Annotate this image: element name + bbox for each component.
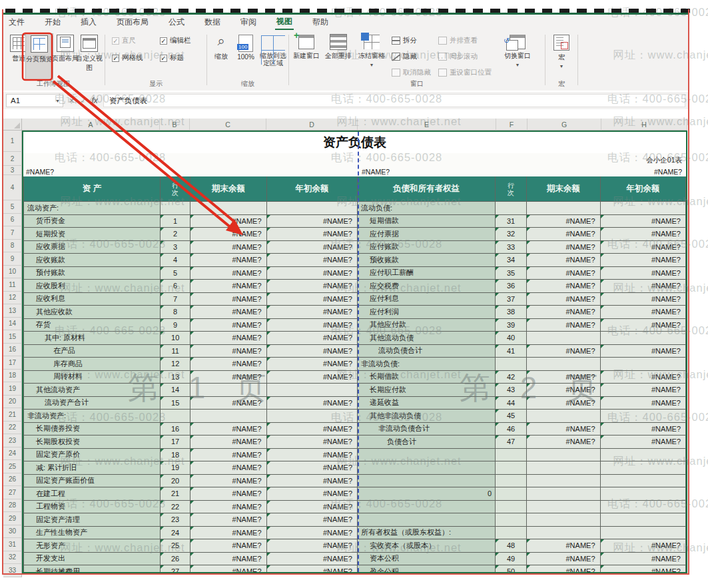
custom-views-button[interactable]: 自定义视图 [75, 33, 103, 73]
zoom-100-button[interactable]: 100% [234, 33, 258, 61]
begin-balance-cell[interactable]: #NAME? [267, 267, 358, 280]
begin-balance-cell[interactable]: #NAME? [601, 423, 686, 436]
label-cell[interactable]: 应收票据 [23, 241, 161, 254]
end-balance-cell[interactable] [527, 332, 601, 345]
label-cell[interactable]: 资本公积 [358, 553, 496, 566]
label-cell[interactable]: 负债合计 [358, 436, 496, 449]
label-cell[interactable]: 固定资产清理 [23, 513, 161, 527]
label-cell[interactable] [358, 501, 496, 514]
end-balance-cell[interactable]: #NAME? [190, 215, 267, 228]
label-cell[interactable]: 开发支出 [23, 553, 161, 566]
end-balance-cell[interactable]: #NAME? [190, 241, 267, 254]
column-header-B[interactable]: B [160, 119, 190, 131]
begin-balance-cell[interactable]: #NAME? [267, 553, 358, 566]
row-header-31[interactable]: 31 [3, 538, 22, 551]
column-header-E[interactable]: E [358, 119, 496, 131]
row-no-cell[interactable]: 14 [161, 384, 190, 397]
unhide-button[interactable]: 取消隐藏 [392, 68, 431, 77]
label-cell[interactable]: 其他非流动负债 [358, 410, 496, 423]
row-no-cell[interactable] [496, 202, 527, 215]
end-balance-cell[interactable]: #NAME? [190, 254, 267, 267]
begin-balance-cell[interactable] [601, 487, 686, 501]
row-header-15[interactable]: 15 [3, 330, 22, 344]
begin-balance-cell[interactable]: #NAME? [267, 371, 358, 384]
begin-balance-cell[interactable]: #NAME? [267, 501, 358, 514]
label-cell[interactable]: 长期应付款 [358, 384, 496, 397]
label-cell[interactable]: 所有者权益（或股东权益）: [358, 527, 496, 540]
end-balance-cell[interactable]: #NAME? [527, 345, 601, 358]
formula-input[interactable]: 资产负债表 [103, 94, 685, 107]
end-balance-cell[interactable]: #NAME? [527, 371, 601, 384]
name-box[interactable]: A1▼ [6, 94, 63, 107]
macros-button[interactable]: 宏▼ [549, 33, 573, 69]
row-header-32[interactable]: 32 [3, 551, 22, 565]
row-no-cell[interactable]: 42 [496, 371, 527, 384]
end-balance-cell[interactable] [527, 449, 601, 462]
label-cell[interactable]: 固定资产原价 [23, 449, 161, 462]
row-no-cell[interactable] [496, 487, 527, 501]
end-balance-cell[interactable]: #NAME? [190, 553, 267, 566]
label-cell[interactable]: 存货 [23, 319, 161, 332]
row-header-13[interactable]: 13 [3, 304, 22, 318]
end-balance-cell[interactable]: #NAME? [190, 306, 267, 319]
end-balance-cell[interactable]: #NAME? [190, 371, 267, 384]
column-header-C[interactable]: C [190, 119, 266, 131]
row-no-cell[interactable]: 47 [496, 436, 527, 449]
end-balance-cell[interactable]: #NAME? [190, 332, 267, 345]
end-balance-cell[interactable]: #NAME? [190, 345, 267, 358]
label-cell[interactable]: 库存商品 [23, 358, 161, 371]
row-header-19[interactable]: 19 [3, 382, 22, 396]
end-balance-cell[interactable]: #NAME? [190, 461, 267, 475]
label-cell[interactable]: 应付票据 [358, 228, 496, 241]
label-cell[interactable]: 应收股利 [23, 280, 161, 293]
synchronous-scrolling-button[interactable]: 同步滚动 [438, 52, 478, 61]
row-header-28[interactable]: 28 [3, 499, 22, 513]
label-cell[interactable]: 应交税费 [358, 280, 496, 293]
row-no-cell[interactable]: 3 [161, 241, 190, 254]
end-balance-cell[interactable]: #NAME? [527, 565, 601, 573]
end-balance-cell[interactable]: #NAME? [190, 565, 267, 573]
row-header-22[interactable]: 22 [3, 422, 22, 435]
end-balance-cell[interactable] [190, 384, 267, 397]
row-no-cell[interactable]: 12 [161, 358, 190, 371]
label-cell[interactable]: 短期投资 [23, 228, 161, 241]
tab-help[interactable]: 帮助 [311, 15, 330, 29]
end-balance-cell[interactable]: #NAME? [527, 539, 601, 553]
begin-balance-cell[interactable]: #NAME? [601, 215, 686, 228]
row-no-cell[interactable]: 15 [161, 397, 190, 410]
row-no-cell[interactable]: 11 [161, 345, 190, 358]
begin-balance-cell[interactable]: #NAME? [267, 527, 358, 540]
begin-balance-cell[interactable]: #NAME? [267, 565, 358, 573]
begin-balance-cell[interactable] [601, 513, 686, 527]
row-no-cell[interactable]: 17 [161, 436, 190, 449]
begin-balance-cell[interactable]: #NAME? [601, 293, 686, 306]
gridlines-checkbox[interactable]: 网格线 [112, 53, 143, 63]
begin-balance-cell[interactable]: #NAME? [267, 513, 358, 527]
row-header-26[interactable]: 26 [3, 473, 22, 487]
begin-balance-cell[interactable]: #NAME? [267, 423, 358, 436]
column-header-H[interactable]: H [601, 119, 687, 131]
label-cell[interactable]: 流动负债: [358, 202, 496, 215]
end-balance-cell[interactable]: #NAME? [190, 501, 267, 514]
row-no-cell[interactable]: 26 [161, 553, 190, 566]
row-header-4[interactable]: 4 [3, 175, 22, 200]
switch-windows-button[interactable]: 切换窗口▼ [501, 33, 534, 68]
end-balance-cell[interactable] [527, 202, 601, 215]
end-balance-cell[interactable]: #NAME? [527, 423, 601, 436]
end-balance-cell[interactable]: #NAME? [190, 436, 267, 449]
tab-file[interactable]: 文件 [7, 15, 26, 29]
label-cell[interactable]: 工程物资 [23, 501, 161, 514]
select-all-corner[interactable] [3, 119, 22, 131]
label-cell[interactable]: 短期借款 [358, 215, 496, 228]
row-no-cell[interactable]: 5 [161, 267, 190, 280]
begin-balance-cell[interactable]: #NAME? [601, 228, 686, 241]
label-cell[interactable]: 应付账款 [358, 241, 496, 254]
row-no-cell[interactable]: 49 [496, 553, 527, 566]
cancel-icon[interactable]: ✕ [69, 97, 75, 105]
page-break-preview-button[interactable]: 分页预览 [25, 33, 53, 80]
row-no-cell[interactable]: 34 [496, 254, 527, 267]
begin-balance-cell[interactable]: #NAME? [267, 358, 358, 371]
label-cell[interactable]: 应付利息 [358, 293, 496, 306]
row-no-cell[interactable]: 45 [496, 410, 527, 423]
begin-balance-cell[interactable]: #NAME? [601, 345, 686, 358]
